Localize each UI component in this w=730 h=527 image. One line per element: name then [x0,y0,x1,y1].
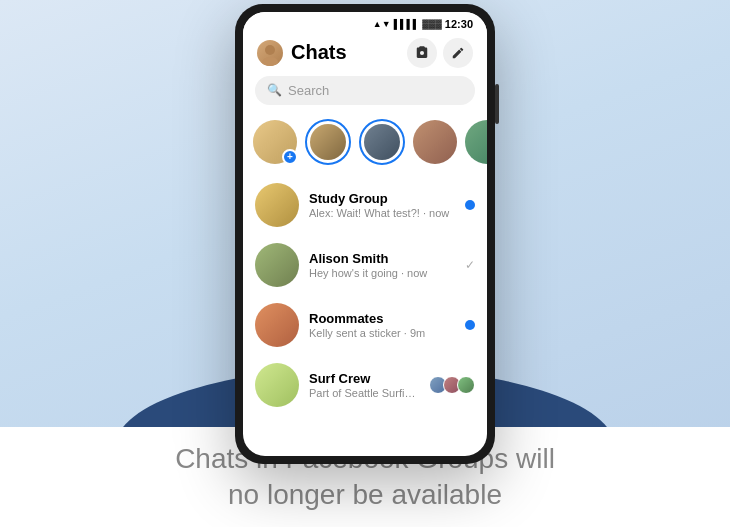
stories-row: + [243,115,487,175]
search-icon: 🔍 [267,83,282,97]
add-story-item[interactable]: + [253,120,297,164]
story-item-1[interactable] [305,119,351,165]
search-bar[interactable]: 🔍 Search [255,76,475,105]
chat-info-surf-crew: Surf Crew Part of Seattle Surfing · Mon [309,371,419,399]
add-badge: + [282,149,298,165]
battery-icon: ▓▓▓ [422,19,442,29]
story-avatar-4 [465,120,487,164]
chat-meta-alison: ✓ [465,258,475,272]
power-button [495,84,499,124]
group-mini-3 [457,376,475,394]
camera-button[interactable] [407,38,437,68]
story-avatar-1 [305,119,351,165]
bottom-text-line2: no longer be available [228,479,502,510]
chat-meta-surf-crew [429,376,475,394]
chat-meta-study-group [465,200,475,210]
chat-item-surf-crew[interactable]: Surf Crew Part of Seattle Surfing · Mon [243,355,487,415]
chat-avatar-roommates [255,303,299,347]
chat-name-surf-crew: Surf Crew [309,371,419,386]
phone-side-buttons [495,84,499,124]
header-icons [407,38,473,68]
chat-avatar-alison [255,243,299,287]
app-title: Chats [291,41,407,64]
chat-name-alison: Alison Smith [309,251,455,266]
status-icons: ▲▼ ▌▌▌▌ ▓▓▓ 12:30 [373,18,473,30]
story-item-3[interactable] [413,120,457,164]
chat-preview-surf-crew: Part of Seattle Surfing · Mon [309,387,419,399]
status-time: 12:30 [445,18,473,30]
chat-name-roommates: Roommates [309,311,455,326]
story-avatar-2 [359,119,405,165]
chat-meta-roommates [465,320,475,330]
chat-list: Study Group Alex: Wait! What test?! · no… [243,175,487,456]
read-check-icon: ✓ [465,258,475,272]
phone-screen: ▲▼ ▌▌▌▌ ▓▓▓ 12:30 Chats [243,12,487,456]
chat-preview-alison: Hey how's it going · now [309,267,455,279]
signal-icon: ▌▌▌▌ [394,19,420,29]
unread-indicator-roommates [465,320,475,330]
phone-frame: ▲▼ ▌▌▌▌ ▓▓▓ 12:30 Chats [235,4,495,464]
chat-info-alison: Alison Smith Hey how's it going · now [309,251,455,279]
chat-item-roommates[interactable]: Roommates Kelly sent a sticker · 9m [243,295,487,355]
story-item-2[interactable] [359,119,405,165]
chat-info-roommates: Roommates Kelly sent a sticker · 9m [309,311,455,339]
app-header: Chats [243,32,487,76]
chat-avatar-surf-crew [255,363,299,407]
status-bar: ▲▼ ▌▌▌▌ ▓▓▓ 12:30 [243,12,487,32]
svg-point-1 [262,57,278,66]
search-placeholder: Search [288,83,329,98]
group-avatars [429,376,475,394]
edit-button[interactable] [443,38,473,68]
chat-preview-study-group: Alex: Wait! What test?! · now [309,207,455,219]
story-item-4[interactable] [465,120,487,164]
add-story-avatar: + [253,120,297,164]
user-avatar[interactable] [257,40,283,66]
chat-name-study-group: Study Group [309,191,455,206]
chat-avatar-study-group [255,183,299,227]
chat-item-alison[interactable]: Alison Smith Hey how's it going · now ✓ [243,235,487,295]
wifi-icon: ▲▼ [373,19,391,29]
svg-point-0 [265,45,275,55]
chat-preview-roommates: Kelly sent a sticker · 9m [309,327,455,339]
chat-info-study-group: Study Group Alex: Wait! What test?! · no… [309,191,455,219]
chat-item-study-group[interactable]: Study Group Alex: Wait! What test?! · no… [243,175,487,235]
story-avatar-3 [413,120,457,164]
unread-indicator [465,200,475,210]
